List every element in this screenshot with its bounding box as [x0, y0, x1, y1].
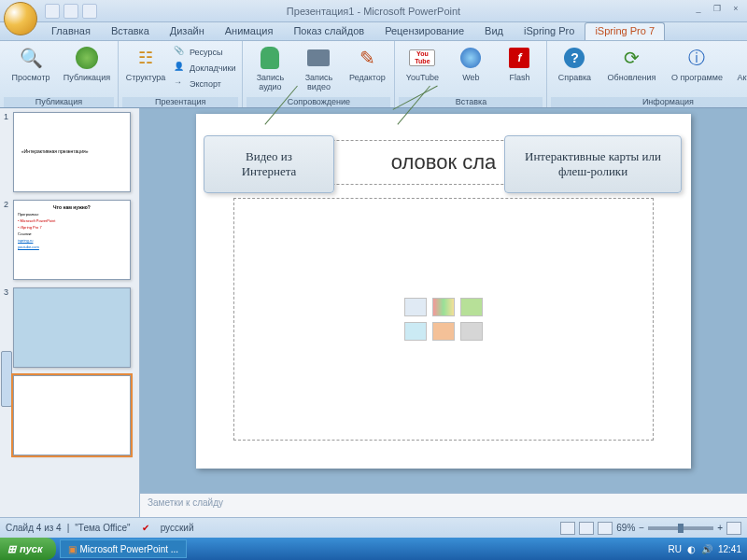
export-button[interactable]: →Экспорт — [171, 77, 238, 91]
presenters-label: Докладчики — [190, 63, 235, 73]
quick-access-toolbar — [45, 4, 97, 19]
taskbar-app-label: Microsoft PowerPoint ... — [80, 544, 179, 554]
group-label-information: Информация — [551, 97, 747, 107]
tab-animation[interactable]: Анимация — [215, 22, 284, 40]
globe-publish-icon — [74, 45, 100, 71]
zoom-out-button[interactable]: − — [639, 523, 644, 533]
export-icon: → — [174, 77, 187, 91]
taskbar-app-powerpoint[interactable]: ▣ Microsoft PowerPoint ... — [60, 539, 188, 558]
preview-button[interactable]: 🔍 Просмотр — [4, 43, 58, 97]
web-label: Web — [462, 73, 479, 82]
insert-picture-icon[interactable] — [404, 322, 427, 341]
insert-smartart-icon[interactable] — [460, 298, 483, 316]
zoom-fit-button[interactable] — [726, 522, 741, 535]
ribbon-tabs: Главная Вставка Дизайн Анимация Показ сл… — [0, 22, 747, 41]
globe-icon — [458, 45, 484, 71]
updates-button[interactable]: ⟳ Обновления — [599, 43, 663, 97]
slide-thumb-3[interactable]: 3 — [4, 287, 135, 368]
window-controls: _ ❐ × — [691, 2, 743, 15]
qat-save-icon[interactable] — [45, 4, 60, 19]
slide-thumb-2[interactable]: 2 Что нам нужно? Программы: • Microsoft … — [4, 200, 135, 280]
insert-media-icon[interactable] — [460, 322, 483, 341]
slide-panel[interactable]: 1 «Интерактивная презентация» 2 Что нам … — [0, 108, 140, 517]
content-placeholder[interactable] — [233, 198, 654, 441]
thumb-line: Программы: — [18, 212, 126, 217]
tab-slideshow[interactable]: Показ слайдов — [283, 22, 374, 40]
thumb-line: • Microsoft PowerPoint — [18, 218, 126, 223]
insert-table-icon[interactable] — [404, 298, 427, 316]
activate-label: Активация — [737, 73, 747, 82]
refresh-icon: ⟳ — [618, 45, 644, 71]
structure-button[interactable]: ☷ Структура — [122, 43, 169, 97]
group-information: ? Справка ⟳ Обновления ⓘ О программе ✓ А… — [547, 41, 747, 107]
slide-thumb-4[interactable]: 4 — [4, 375, 135, 455]
tab-review[interactable]: Рецензирование — [374, 22, 474, 40]
tab-ispring[interactable]: iSpring Pro — [514, 22, 585, 40]
record-audio-button[interactable]: Запись аудио — [247, 43, 293, 97]
side-handle[interactable] — [1, 351, 12, 407]
notes-pane[interactable]: Заметки к слайду — [140, 493, 747, 517]
group-presentation: ☷ Структура 📎Ресурсы 👤Докладчики →Экспор… — [119, 41, 243, 107]
tray-clock[interactable]: 12:41 — [718, 544, 741, 554]
camera-icon — [305, 45, 331, 71]
thumb-line: Ссылки: — [18, 231, 126, 236]
presenters-button[interactable]: 👤Докладчики — [171, 61, 238, 76]
insert-clipart-icon[interactable] — [432, 322, 455, 341]
office-button[interactable] — [4, 2, 37, 35]
group-accompaniment: Запись аудио Запись видео ✎ Редактор Соп… — [243, 41, 395, 107]
resources-button[interactable]: 📎Ресурсы — [171, 45, 238, 60]
system-tray: RU ◐ 🔊 12:41 — [669, 544, 747, 554]
tray-icon[interactable]: ◐ — [687, 544, 696, 554]
tray-icon[interactable]: 🔊 — [701, 544, 712, 554]
structure-icon: ☷ — [133, 45, 159, 71]
slide-thumb-1[interactable]: 1 «Интерактивная презентация» — [4, 112, 135, 192]
flash-button[interactable]: f Flash — [496, 43, 543, 97]
status-language[interactable]: русский — [161, 523, 194, 533]
help-button[interactable]: ? Справка — [551, 43, 598, 97]
editor-label: Редактор — [349, 73, 386, 82]
qat-undo-icon[interactable] — [63, 4, 78, 19]
tab-design[interactable]: Дизайн — [160, 22, 215, 40]
ribbon: 🔍 Просмотр Публикация Публикация ☷ Струк… — [0, 41, 747, 108]
about-label: О программе — [671, 73, 723, 82]
tab-home[interactable]: Главная — [41, 22, 101, 40]
tray-language[interactable]: RU — [669, 544, 682, 554]
help-label: Справка — [558, 73, 591, 82]
publish-button[interactable]: Публикация — [60, 43, 114, 97]
qat-redo-icon[interactable] — [82, 4, 97, 19]
thumb-title: Что нам нужно? — [18, 204, 126, 210]
thumb-title: «Интерактивная презентация» — [21, 148, 88, 154]
spellcheck-icon[interactable]: ✔ — [142, 523, 149, 533]
tab-view[interactable]: Вид — [474, 22, 514, 40]
preview-label: Просмотр — [11, 73, 49, 82]
minimize-button[interactable]: _ — [691, 2, 706, 15]
activate-button[interactable]: ✓ Активация — [730, 43, 747, 97]
callout-flash-maps: Интерактивные карты или флеш-ролики — [504, 135, 682, 193]
youtube-icon: YouTube — [409, 45, 435, 71]
tab-insert[interactable]: Вставка — [101, 22, 160, 40]
start-button[interactable]: ⊞ пуск — [0, 538, 56, 560]
restore-button[interactable]: ❐ — [710, 2, 725, 15]
view-sorter-button[interactable] — [579, 522, 594, 535]
zoom-slider[interactable] — [648, 526, 713, 530]
microphone-icon — [257, 45, 283, 71]
insert-chart-icon[interactable] — [432, 298, 455, 316]
record-video-button[interactable]: Запись видео — [295, 43, 342, 97]
zoom-in-button[interactable]: + — [717, 523, 723, 533]
about-button[interactable]: ⓘ О программе — [665, 43, 728, 97]
resources-label: Ресурсы — [190, 48, 223, 57]
view-normal-button[interactable] — [560, 522, 575, 535]
content-icon-grid — [404, 298, 483, 341]
editor-button[interactable]: ✎ Редактор — [344, 43, 390, 97]
group-label-publication: Публикация — [4, 97, 114, 107]
callout-video-internet: Видео из Интернета — [204, 135, 334, 193]
status-theme: "Тема Office" — [75, 523, 130, 533]
youtube-button[interactable]: YouTube YouTube — [399, 43, 445, 97]
record-video-label: Запись видео — [295, 73, 342, 91]
help-icon: ? — [561, 45, 587, 71]
windows-logo-icon: ⊞ — [7, 543, 16, 555]
close-button[interactable]: × — [728, 2, 743, 15]
web-button[interactable]: Web — [447, 43, 494, 97]
view-slideshow-button[interactable] — [598, 522, 613, 535]
tab-ispring7[interactable]: iSpring Pro 7 — [585, 22, 665, 40]
